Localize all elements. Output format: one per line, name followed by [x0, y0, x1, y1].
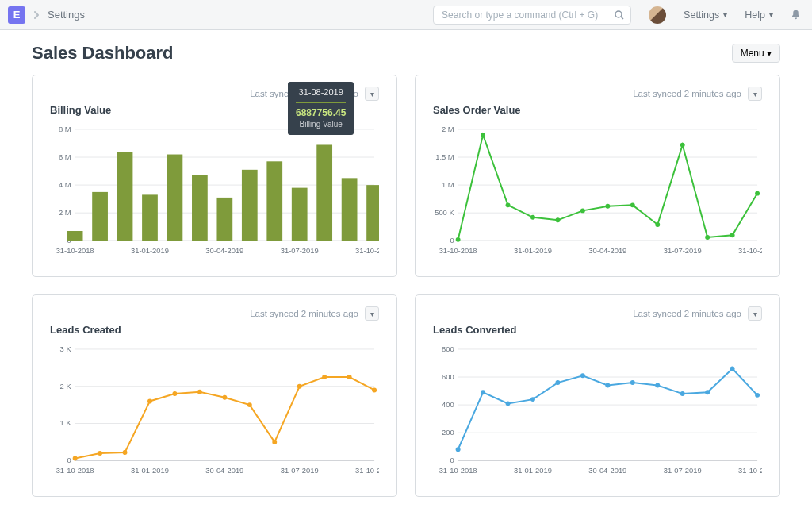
menu-button[interactable]: Menu ▾	[732, 44, 780, 63]
svg-point-82	[272, 440, 277, 444]
svg-text:1 K: 1 K	[60, 419, 72, 427]
svg-point-53	[605, 204, 610, 209]
svg-rect-23	[192, 175, 208, 241]
svg-text:200: 200	[442, 429, 454, 437]
svg-point-84	[322, 375, 327, 379]
svg-text:400: 400	[442, 401, 454, 409]
svg-point-86	[372, 387, 377, 392]
svg-text:31-07-2019: 31-07-2019	[281, 467, 319, 475]
chart-billing-value: 02 M4 M6 M8 M31-10-201831-01-201930-04-2…	[50, 124, 379, 262]
svg-point-85	[347, 375, 352, 379]
svg-point-75	[98, 451, 102, 456]
app-logo[interactable]: E	[8, 6, 25, 24]
svg-rect-25	[242, 170, 258, 241]
svg-text:2 M: 2 M	[442, 125, 454, 133]
svg-point-76	[123, 450, 128, 455]
card-menu-button[interactable]: ▾	[365, 306, 379, 321]
top-nav: E Settings Settings Help	[0, 0, 812, 30]
svg-point-52	[580, 208, 585, 213]
svg-text:800: 800	[442, 345, 454, 353]
svg-text:31-01-2019: 31-01-2019	[514, 247, 552, 255]
svg-rect-29	[342, 178, 358, 241]
svg-text:31-10-2019: 31-10-2019	[738, 467, 762, 475]
svg-point-78	[172, 391, 177, 396]
card-menu-button[interactable]: ▾	[365, 87, 379, 101]
svg-point-103	[456, 447, 461, 452]
svg-text:30-04-2019: 30-04-2019	[205, 467, 243, 475]
nav-help[interactable]: Help	[745, 10, 773, 21]
svg-rect-18	[67, 231, 83, 241]
svg-text:31-10-2018: 31-10-2018	[56, 467, 94, 475]
svg-text:500 K: 500 K	[435, 209, 454, 217]
svg-text:31-01-2019: 31-01-2019	[514, 467, 552, 475]
card-sales-order-value: Last synced 2 minutes ago ▾ Sales Order …	[415, 75, 780, 277]
svg-point-77	[147, 398, 152, 403]
svg-text:31-10-2019: 31-10-2019	[355, 247, 379, 255]
svg-rect-27	[292, 188, 308, 241]
chevron-right-icon	[32, 10, 41, 20]
chart-tooltip: 31-08-2019 6887756.45 Billing Value	[288, 82, 354, 135]
svg-point-49	[506, 202, 511, 207]
svg-rect-20	[117, 152, 133, 241]
svg-text:3 K: 3 K	[60, 345, 72, 353]
svg-rect-22	[167, 155, 183, 241]
svg-rect-24	[216, 198, 232, 241]
svg-point-79	[197, 390, 202, 394]
bell-icon[interactable]	[791, 10, 801, 20]
svg-point-108	[580, 373, 585, 378]
avatar[interactable]	[649, 6, 666, 24]
svg-line-1	[621, 17, 623, 19]
search-box[interactable]	[433, 6, 631, 25]
svg-point-47	[456, 237, 461, 242]
svg-point-74	[73, 456, 78, 461]
svg-point-105	[506, 401, 511, 406]
svg-point-59	[755, 191, 760, 196]
card-leads-converted: Last synced 2 minutes ago ▾ Leads Conver…	[415, 294, 780, 497]
svg-rect-30	[366, 185, 379, 241]
svg-point-112	[680, 391, 685, 396]
svg-text:0: 0	[67, 456, 71, 464]
dashboard-grid: Last synced 2 minutes ago ▾ 31-08-2019 6…	[0, 75, 812, 497]
svg-text:1 M: 1 M	[442, 181, 454, 189]
svg-point-107	[555, 380, 560, 385]
card-menu-button[interactable]: ▾	[748, 87, 762, 101]
svg-text:1.5 M: 1.5 M	[435, 153, 454, 161]
card-menu-button[interactable]: ▾	[748, 306, 762, 321]
chart-sales-order-value: 0500 K1 M1.5 M2 M31-10-201831-01-201930-…	[433, 124, 762, 262]
tooltip-date: 31-08-2019	[296, 87, 346, 103]
svg-point-51	[555, 217, 560, 222]
svg-point-110	[630, 380, 635, 385]
chart-title: Leads Created	[50, 324, 379, 336]
svg-point-114	[730, 367, 735, 371]
svg-rect-19	[92, 192, 108, 241]
svg-point-113	[705, 390, 710, 394]
svg-point-104	[481, 390, 485, 394]
sync-label: Last synced 2 minutes ago	[633, 309, 741, 318]
chart-title: Sales Order Value	[433, 104, 762, 116]
svg-point-48	[481, 133, 485, 137]
svg-point-109	[605, 383, 610, 388]
breadcrumb[interactable]: Settings	[48, 9, 85, 21]
card-billing-value: Last synced 2 minutes ago ▾ 31-08-2019 6…	[32, 75, 397, 277]
svg-point-106	[530, 397, 535, 402]
svg-text:31-10-2019: 31-10-2019	[738, 247, 762, 255]
svg-text:4 M: 4 M	[59, 181, 71, 189]
svg-text:30-04-2019: 30-04-2019	[588, 467, 626, 475]
svg-text:6 M: 6 M	[59, 153, 71, 161]
svg-text:2 M: 2 M	[59, 209, 71, 217]
chart-leads-converted: 020040060080031-10-201831-01-201930-04-2…	[433, 344, 762, 482]
svg-point-80	[222, 395, 227, 400]
chart-leads-created: 01 K2 K3 K31-10-201831-01-201930-04-2019…	[50, 344, 379, 482]
svg-text:8 M: 8 M	[59, 125, 71, 133]
svg-point-115	[755, 393, 760, 398]
svg-text:2 K: 2 K	[60, 383, 72, 391]
svg-text:31-01-2019: 31-01-2019	[131, 467, 169, 475]
nav-settings[interactable]: Settings	[684, 10, 727, 21]
svg-text:31-07-2019: 31-07-2019	[664, 247, 702, 255]
svg-text:0: 0	[450, 456, 454, 464]
svg-text:30-04-2019: 30-04-2019	[588, 247, 626, 255]
sync-label: Last synced 2 minutes ago	[250, 309, 358, 318]
svg-point-50	[530, 215, 535, 220]
search-input[interactable]	[440, 9, 610, 21]
svg-text:31-10-2018: 31-10-2018	[56, 247, 94, 255]
